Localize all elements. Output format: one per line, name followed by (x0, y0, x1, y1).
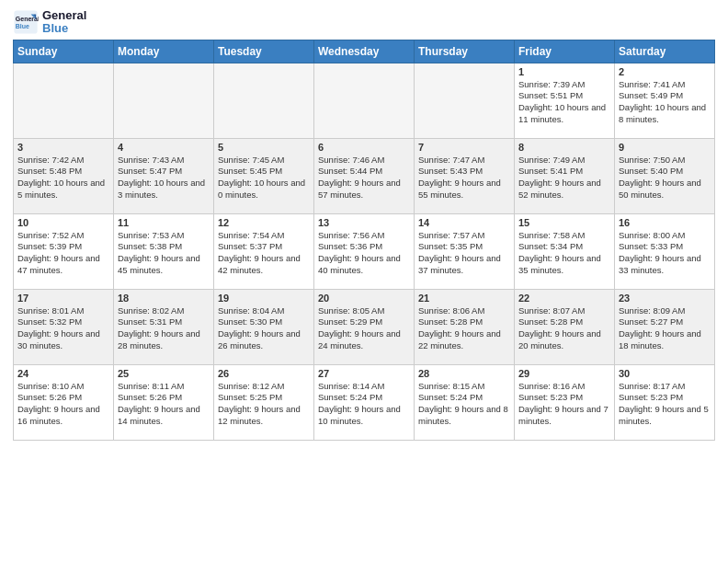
header: General Blue General Blue (13, 9, 715, 36)
calendar-day-cell: 12Sunrise: 7:54 AM Sunset: 5:37 PM Dayli… (214, 213, 314, 289)
day-number: 30 (619, 368, 711, 379)
calendar-day-cell: 25Sunrise: 8:11 AM Sunset: 5:26 PM Dayli… (114, 364, 214, 440)
calendar-day-cell (114, 63, 214, 138)
svg-text:Blue: Blue (16, 23, 29, 29)
calendar-day-cell: 30Sunrise: 8:17 AM Sunset: 5:23 PM Dayli… (615, 364, 715, 440)
logo-text: General Blue (42, 9, 86, 36)
weekday-header: Tuesday (214, 40, 314, 63)
calendar-day-cell: 27Sunrise: 8:14 AM Sunset: 5:24 PM Dayli… (314, 364, 415, 440)
day-info: Sunrise: 8:02 AM Sunset: 5:31 PM Dayligh… (118, 305, 210, 352)
day-info: Sunrise: 8:16 AM Sunset: 5:23 PM Dayligh… (518, 381, 610, 428)
calendar-day-cell: 8Sunrise: 7:49 AM Sunset: 5:41 PM Daylig… (515, 138, 615, 213)
calendar-day-cell: 14Sunrise: 7:57 AM Sunset: 5:35 PM Dayli… (415, 213, 515, 289)
day-info: Sunrise: 7:42 AM Sunset: 5:48 PM Dayligh… (17, 155, 109, 201)
day-number: 1 (518, 66, 610, 77)
day-number: 29 (518, 368, 610, 379)
calendar-day-cell: 11Sunrise: 7:53 AM Sunset: 5:38 PM Dayli… (114, 213, 214, 289)
calendar-day-cell: 6Sunrise: 7:46 AM Sunset: 5:44 PM Daylig… (314, 138, 415, 213)
calendar-day-cell: 9Sunrise: 7:50 AM Sunset: 5:40 PM Daylig… (615, 138, 715, 213)
calendar-day-cell: 29Sunrise: 8:16 AM Sunset: 5:23 PM Dayli… (515, 364, 615, 440)
calendar-day-cell: 13Sunrise: 7:56 AM Sunset: 5:36 PM Dayli… (314, 213, 415, 289)
day-info: Sunrise: 8:17 AM Sunset: 5:23 PM Dayligh… (619, 381, 711, 428)
calendar-day-cell: 10Sunrise: 7:52 AM Sunset: 5:39 PM Dayli… (14, 213, 114, 289)
day-number: 21 (418, 293, 510, 304)
calendar-day-cell: 18Sunrise: 8:02 AM Sunset: 5:31 PM Dayli… (114, 289, 214, 364)
weekday-header: Monday (114, 40, 214, 63)
day-number: 3 (17, 142, 109, 153)
calendar-day-cell: 22Sunrise: 8:07 AM Sunset: 5:28 PM Dayli… (515, 289, 615, 364)
day-number: 24 (17, 368, 109, 379)
day-info: Sunrise: 7:53 AM Sunset: 5:38 PM Dayligh… (118, 230, 210, 277)
calendar-day-cell: 2Sunrise: 7:41 AM Sunset: 5:49 PM Daylig… (615, 63, 715, 138)
calendar-day-cell: 24Sunrise: 8:10 AM Sunset: 5:26 PM Dayli… (14, 364, 114, 440)
day-info: Sunrise: 8:05 AM Sunset: 5:29 PM Dayligh… (318, 305, 410, 352)
day-number: 4 (118, 142, 210, 153)
calendar-day-cell (14, 63, 114, 138)
day-info: Sunrise: 8:01 AM Sunset: 5:32 PM Dayligh… (17, 305, 109, 352)
day-number: 17 (17, 293, 109, 304)
calendar-day-cell: 28Sunrise: 8:15 AM Sunset: 5:24 PM Dayli… (415, 364, 515, 440)
day-info: Sunrise: 8:15 AM Sunset: 5:24 PM Dayligh… (418, 381, 510, 428)
weekday-header: Friday (515, 40, 615, 63)
weekday-header: Saturday (615, 40, 715, 63)
day-info: Sunrise: 7:58 AM Sunset: 5:34 PM Dayligh… (518, 230, 610, 277)
day-number: 25 (118, 368, 210, 379)
day-info: Sunrise: 8:11 AM Sunset: 5:26 PM Dayligh… (118, 381, 210, 428)
day-number: 22 (518, 293, 610, 304)
day-number: 10 (17, 217, 109, 228)
calendar-day-cell: 20Sunrise: 8:05 AM Sunset: 5:29 PM Dayli… (314, 289, 415, 364)
calendar-week-row: 1Sunrise: 7:39 AM Sunset: 5:51 PM Daylig… (14, 63, 715, 138)
calendar-day-cell: 3Sunrise: 7:42 AM Sunset: 5:48 PM Daylig… (14, 138, 114, 213)
calendar-table: SundayMondayTuesdayWednesdayThursdayFrid… (13, 40, 715, 441)
day-number: 18 (118, 293, 210, 304)
weekday-header: Wednesday (314, 40, 415, 63)
day-number: 13 (318, 217, 410, 228)
day-info: Sunrise: 8:06 AM Sunset: 5:28 PM Dayligh… (418, 305, 510, 352)
day-info: Sunrise: 7:41 AM Sunset: 5:49 PM Dayligh… (619, 79, 711, 126)
day-info: Sunrise: 7:50 AM Sunset: 5:40 PM Dayligh… (619, 155, 711, 201)
day-info: Sunrise: 8:10 AM Sunset: 5:26 PM Dayligh… (17, 381, 109, 428)
calendar-day-cell: 19Sunrise: 8:04 AM Sunset: 5:30 PM Dayli… (214, 289, 314, 364)
weekday-header: Thursday (415, 40, 515, 63)
day-info: Sunrise: 8:00 AM Sunset: 5:33 PM Dayligh… (619, 230, 711, 277)
page-container: General Blue General Blue SundayMondayTu… (0, 0, 728, 446)
calendar-day-cell: 1Sunrise: 7:39 AM Sunset: 5:51 PM Daylig… (515, 63, 615, 138)
day-info: Sunrise: 8:04 AM Sunset: 5:30 PM Dayligh… (218, 305, 310, 352)
day-info: Sunrise: 7:56 AM Sunset: 5:36 PM Dayligh… (318, 230, 410, 277)
day-info: Sunrise: 7:57 AM Sunset: 5:35 PM Dayligh… (418, 230, 510, 277)
day-number: 7 (418, 142, 510, 153)
day-info: Sunrise: 7:54 AM Sunset: 5:37 PM Dayligh… (218, 230, 310, 277)
calendar-week-row: 24Sunrise: 8:10 AM Sunset: 5:26 PM Dayli… (14, 364, 715, 440)
day-info: Sunrise: 7:39 AM Sunset: 5:51 PM Dayligh… (518, 79, 610, 126)
weekday-header: Sunday (14, 40, 114, 63)
day-number: 15 (518, 217, 610, 228)
svg-rect-0 (14, 11, 37, 34)
calendar-week-row: 17Sunrise: 8:01 AM Sunset: 5:32 PM Dayli… (14, 289, 715, 364)
day-info: Sunrise: 8:07 AM Sunset: 5:28 PM Dayligh… (518, 305, 610, 352)
day-number: 28 (418, 368, 510, 379)
calendar-day-cell: 26Sunrise: 8:12 AM Sunset: 5:25 PM Dayli… (214, 364, 314, 440)
day-info: Sunrise: 7:45 AM Sunset: 5:45 PM Dayligh… (218, 155, 310, 201)
calendar-day-cell: 15Sunrise: 7:58 AM Sunset: 5:34 PM Dayli… (515, 213, 615, 289)
day-info: Sunrise: 8:14 AM Sunset: 5:24 PM Dayligh… (318, 381, 410, 428)
calendar-day-cell: 16Sunrise: 8:00 AM Sunset: 5:33 PM Dayli… (615, 213, 715, 289)
day-number: 20 (318, 293, 410, 304)
day-number: 14 (418, 217, 510, 228)
day-info: Sunrise: 8:12 AM Sunset: 5:25 PM Dayligh… (218, 381, 310, 428)
logo-icon: General Blue (13, 9, 39, 35)
logo: General Blue General Blue (13, 9, 86, 36)
calendar-day-cell: 5Sunrise: 7:45 AM Sunset: 5:45 PM Daylig… (214, 138, 314, 213)
day-number: 16 (619, 217, 711, 228)
calendar-day-cell (415, 63, 515, 138)
day-number: 23 (619, 293, 711, 304)
calendar-day-cell: 7Sunrise: 7:47 AM Sunset: 5:43 PM Daylig… (415, 138, 515, 213)
day-info: Sunrise: 8:09 AM Sunset: 5:27 PM Dayligh… (619, 305, 711, 352)
day-info: Sunrise: 7:52 AM Sunset: 5:39 PM Dayligh… (17, 230, 109, 277)
calendar-day-cell: 4Sunrise: 7:43 AM Sunset: 5:47 PM Daylig… (114, 138, 214, 213)
day-number: 11 (118, 217, 210, 228)
calendar-day-cell (314, 63, 415, 138)
calendar-week-row: 3Sunrise: 7:42 AM Sunset: 5:48 PM Daylig… (14, 138, 715, 213)
calendar-day-cell: 17Sunrise: 8:01 AM Sunset: 5:32 PM Dayli… (14, 289, 114, 364)
day-number: 27 (318, 368, 410, 379)
day-number: 8 (518, 142, 610, 153)
